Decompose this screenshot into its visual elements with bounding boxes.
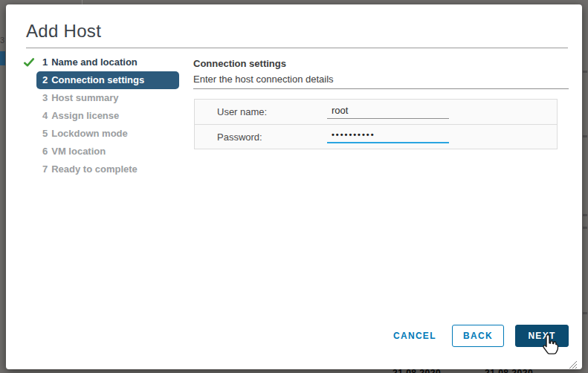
add-host-dialog: Add Host 1Name and location 2Connection … [6, 4, 582, 369]
step-connection-settings[interactable]: 2Connection settings [36, 71, 179, 89]
title-divider [26, 48, 568, 48]
step-host-summary[interactable]: 3Host summary [36, 89, 179, 107]
step-label: Assign license [51, 110, 119, 121]
background-text-fragment: 3 [0, 36, 5, 45]
section-divider [193, 88, 569, 89]
background-fragment [583, 227, 587, 229]
section-subheading: Enter the host connection details [193, 74, 334, 85]
background-fragment [583, 135, 587, 137]
background-fragment [583, 71, 587, 73]
step-name-and-location[interactable]: 1Name and location [36, 53, 179, 71]
step-label: Connection settings [51, 74, 144, 85]
step-assign-license[interactable]: 4Assign license [36, 107, 179, 125]
check-icon [23, 56, 35, 68]
wizard-step-list: 1Name and location 2Connection settings … [36, 53, 179, 178]
username-row: User name: [195, 100, 557, 124]
username-input[interactable] [327, 105, 449, 119]
username-label: User name: [195, 106, 327, 117]
password-row: Password: [195, 124, 557, 149]
step-label: VM location [51, 146, 106, 157]
resize-handle-icon[interactable] [569, 359, 578, 368]
hand-cursor-icon [540, 333, 560, 358]
connection-fields: User name: Password: [194, 99, 558, 149]
step-label: Host summary [51, 92, 118, 103]
section-heading: Connection settings [193, 58, 286, 69]
dialog-title: Add Host [26, 21, 101, 42]
step-vm-location[interactable]: 6VM location [36, 143, 179, 160]
cancel-button[interactable]: CANCEL [389, 325, 438, 347]
screen: 3 21.08.2020 21.08.2020 Add Host 1Name a… [0, 0, 588, 373]
password-input[interactable] [327, 130, 449, 143]
step-lockdown-mode[interactable]: 5Lockdown mode [36, 125, 179, 143]
step-ready-to-complete[interactable]: 7Ready to complete [36, 160, 179, 178]
password-label: Password: [195, 132, 327, 143]
step-label: Name and location [51, 56, 138, 68]
background-fragment [583, 214, 587, 216]
background-selected-item-fragment [0, 51, 5, 65]
step-label: Ready to complete [51, 163, 138, 175]
step-label: Lockdown mode [51, 128, 128, 139]
background-fragment [583, 312, 587, 314]
back-button[interactable]: BACK [452, 325, 504, 347]
